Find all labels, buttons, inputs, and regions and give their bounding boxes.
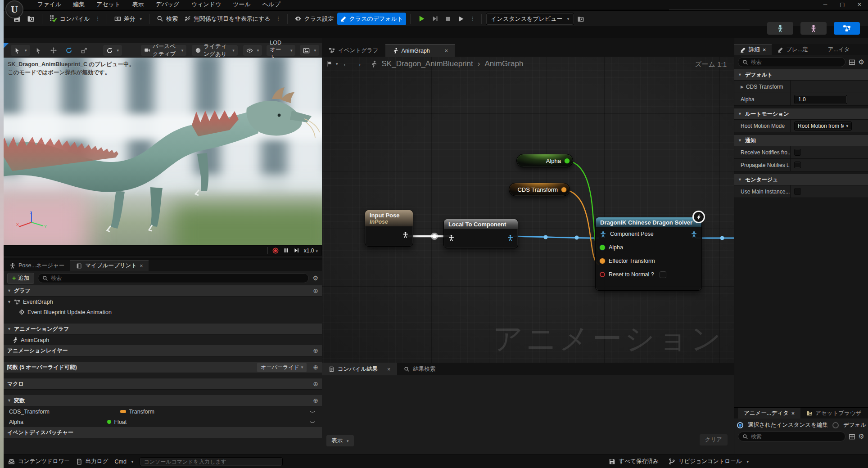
anim-panel-search[interactable] [738, 432, 845, 441]
bookmark-dropdown[interactable]: ▾ [326, 61, 338, 67]
tab-my-blueprint[interactable]: マイブループリント × [70, 260, 149, 271]
playback-speed-dropdown[interactable]: x1.0▾ [304, 248, 318, 254]
cmd-dropdown[interactable]: Cmd▾ [114, 459, 133, 465]
component-pose-input-pin[interactable] [600, 231, 606, 238]
view-mode-dropdown[interactable]: ライティングあり▾ [192, 45, 237, 56]
tab-asset-browser[interactable]: アセットブラウザ [800, 408, 867, 418]
close-icon[interactable]: × [791, 410, 795, 417]
use-main-instance-checkbox[interactable] [794, 188, 801, 195]
anim-panel-search-input[interactable] [751, 433, 841, 440]
tab-anim-preview-editor[interactable]: アニメー...ディタ × [738, 408, 800, 418]
my-blueprint-search-input[interactable] [51, 275, 304, 281]
breadcrumb-root[interactable]: SK_Dragon_AnimBlueprint [382, 59, 473, 68]
window-maximize-button[interactable]: ▢ [834, 0, 851, 9]
screenshot-dropdown[interactable]: ▾ [300, 45, 319, 56]
viewport-playback-bar[interactable]: x1.0▾ [4, 245, 322, 256]
class-settings-button[interactable]: クラス設定 [292, 13, 337, 25]
tab-compiler-results[interactable]: コンパイル結果 × [322, 363, 397, 375]
menu-debug[interactable]: デバッグ [149, 0, 185, 9]
override-dropdown[interactable]: オーバーライド▾ [257, 363, 307, 372]
component-pose-output-pin[interactable] [507, 234, 514, 241]
section-functions[interactable]: 関数 (5 オーバーライド可能) オーバーライド▾ ⊕ [4, 362, 322, 373]
add-variable-icon[interactable]: ⊕ [313, 397, 318, 404]
root-motion-mode-dropdown[interactable]: Root Motion from M ▾ [794, 122, 852, 130]
tab-details[interactable]: 詳細 × [734, 44, 772, 55]
browse-preview-instance-button[interactable] [574, 13, 588, 25]
edit-defaults-radio[interactable] [832, 422, 839, 428]
output-log-button[interactable]: 出力ログ [76, 458, 108, 465]
frame-skip-button[interactable] [429, 13, 442, 24]
record-icon[interactable] [272, 248, 279, 254]
content-drawer-button[interactable]: コンテンツドロワー [8, 458, 70, 465]
step-forward-icon[interactable] [294, 248, 299, 253]
add-function-icon[interactable]: ⊕ [313, 364, 318, 371]
animgraph-canvas[interactable]: ▾ ← → SK_Dragon_AnimBlueprint › AnimGrap… [322, 57, 734, 363]
play-button[interactable] [415, 13, 429, 25]
tab-pose-watch-manager[interactable]: Pose...ネージャー [4, 260, 70, 271]
window-minimize-button[interactable]: ─ [817, 0, 834, 9]
node-local-to-component[interactable]: Local To Component [443, 219, 518, 248]
save-status-button[interactable]: すべて保存済み [609, 458, 659, 465]
variable-row-cds-transform[interactable]: CDS_Transform Transform [4, 406, 322, 417]
propagate-notifies-checkbox[interactable] [794, 162, 801, 168]
component-pose-output-pin[interactable] [691, 231, 697, 238]
node-dragonik-solver[interactable]: DragonIK Chinese Dragon Solver Component… [595, 217, 702, 291]
menu-tools[interactable]: ツール [227, 0, 257, 9]
breadcrumb-current[interactable]: AnimGraph [484, 59, 523, 68]
section-root-motion[interactable]: ▼ ルートモーション [734, 108, 868, 120]
float-output-pin[interactable] [564, 158, 570, 164]
close-icon[interactable]: × [763, 47, 766, 53]
tab-eventgraph[interactable]: イベントグラフ [322, 44, 385, 57]
perspective-dropdown[interactable]: パースペクティブ▾ [141, 45, 186, 56]
section-animation-layers[interactable]: アニメーションレイヤー ⊕ [4, 345, 322, 356]
details-search-input[interactable] [751, 59, 841, 65]
add-button[interactable]: + 追加 [7, 273, 34, 284]
tree-item-animgraph[interactable]: AnimGraph [4, 335, 322, 345]
nav-forward-icon[interactable]: → [355, 59, 362, 68]
tree-item-event-update-animation[interactable]: Event Blueprint Update Animation [4, 307, 322, 317]
variable-visibility-icon[interactable] [309, 409, 316, 415]
tree-item-eventgraph[interactable]: ▼ EventGraph [4, 297, 322, 307]
alpha-input-pin[interactable] [600, 245, 605, 250]
unreal-logo-icon[interactable]: U [5, 0, 23, 18]
reset-to-normal-input-pin[interactable] [600, 272, 605, 277]
hide-unrelated-button[interactable]: 無関係な項目を非表示にする [181, 13, 274, 25]
lod-dropdown[interactable]: LODオート▾ [267, 45, 295, 56]
variable-row-alpha[interactable]: Alpha Float [4, 417, 322, 427]
alpha-value-input[interactable] [794, 95, 847, 104]
browse-asset-button[interactable] [24, 13, 38, 25]
show-flags-dropdown[interactable]: ▾ [243, 45, 262, 56]
section-default[interactable]: ▼ デフォルト [734, 69, 868, 81]
property-matrix-icon[interactable] [849, 433, 855, 440]
window-close-button[interactable]: ✕ [851, 0, 868, 9]
class-defaults-button[interactable]: クラスのデフォルト [337, 13, 407, 25]
revision-control-button[interactable]: リビジョンコントロール▾ [669, 458, 749, 465]
diff-button[interactable]: 差分▾ [111, 13, 145, 25]
variable-visibility-icon[interactable] [309, 419, 316, 425]
edit-instance-radio[interactable] [737, 422, 743, 428]
play-options-icon[interactable]: ⋮ [468, 15, 477, 22]
stop-button[interactable] [442, 14, 454, 24]
preview-instance-dropdown[interactable]: インスタンスをプレビュー▾ [486, 13, 574, 25]
move-tool-button[interactable] [47, 45, 60, 56]
rotation-snap-dropdown[interactable]: ▾ [103, 45, 122, 56]
add-layer-icon[interactable]: ⊕ [313, 347, 318, 354]
my-blueprint-search[interactable] [38, 273, 309, 283]
compile-button[interactable]: コンパイル [46, 13, 93, 25]
reset-to-normal-checkbox[interactable] [660, 271, 666, 278]
section-event-dispatchers[interactable]: イベントディスパッチャー [4, 427, 322, 438]
section-montage[interactable]: ▼ モンタージュ [734, 174, 868, 185]
tab-preview-scene-settings[interactable]: プレ...定 [772, 44, 814, 55]
node-cds-transform-getter[interactable]: CDS Transform [509, 183, 570, 196]
select-tool-button[interactable] [32, 45, 45, 56]
section-graphs[interactable]: ▼ グラフ ⊕ [4, 285, 322, 297]
tab-find-results[interactable]: 結果検索 [397, 363, 442, 375]
rotate-tool-button[interactable] [62, 45, 76, 56]
menu-view[interactable]: 表示 [126, 0, 149, 9]
menu-help[interactable]: ヘルプ [257, 0, 286, 9]
effector-transform-input-pin[interactable] [600, 258, 605, 264]
pause-icon[interactable] [283, 248, 289, 253]
node-alpha-getter[interactable]: Alpha [516, 154, 573, 167]
menu-file[interactable]: ファイル [32, 0, 67, 9]
nav-back-icon[interactable]: ← [343, 59, 350, 68]
